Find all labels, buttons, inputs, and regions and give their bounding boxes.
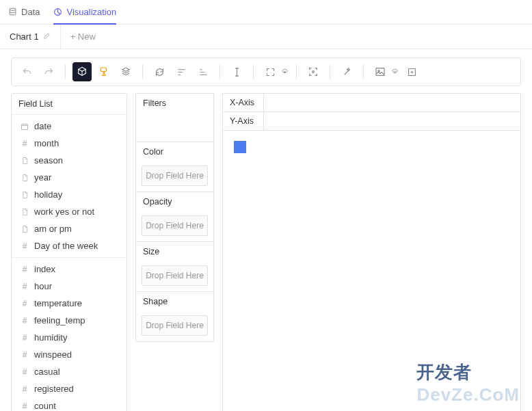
field-label: season bbox=[34, 155, 63, 165]
field-list-panel: Field List date#monthseasonyearholidaywo… bbox=[11, 93, 127, 411]
field-item[interactable]: #feeling_temp bbox=[12, 312, 127, 329]
field-label: count bbox=[34, 401, 56, 411]
image-button[interactable] bbox=[371, 62, 390, 81]
toolbar bbox=[11, 57, 521, 86]
top-tabs: Data Visualization bbox=[0, 0, 532, 25]
gear-icon[interactable] bbox=[390, 62, 399, 81]
field-type-icon: # bbox=[20, 316, 29, 326]
redo-button[interactable] bbox=[39, 62, 58, 81]
sort-desc-button[interactable] bbox=[194, 62, 213, 81]
paint-button[interactable] bbox=[94, 62, 114, 81]
field-item[interactable]: #Day of the week bbox=[12, 237, 127, 254]
field-item[interactable]: #registered bbox=[12, 380, 127, 397]
chart-icon bbox=[53, 8, 62, 16]
tab-visualization-label: Visualization bbox=[66, 7, 116, 17]
tab-data[interactable]: Data bbox=[8, 0, 40, 25]
field-type-icon: # bbox=[20, 299, 29, 308]
field-label: casual bbox=[34, 367, 60, 377]
separator bbox=[220, 64, 220, 79]
field-label: humidity bbox=[34, 332, 67, 343]
field-label: hour bbox=[34, 281, 52, 291]
size-pane: Size Drop Field Here bbox=[135, 241, 214, 292]
field-item[interactable]: #month bbox=[12, 135, 127, 152]
separator bbox=[363, 64, 364, 79]
database-icon bbox=[8, 8, 17, 16]
size-title: Size bbox=[136, 242, 213, 261]
field-type-icon bbox=[20, 122, 29, 131]
undo-button[interactable] bbox=[17, 62, 36, 81]
chart-canvas[interactable] bbox=[222, 130, 521, 411]
svg-point-0 bbox=[10, 8, 16, 10]
field-label: winspeed bbox=[34, 349, 72, 360]
field-item[interactable]: #index bbox=[12, 261, 127, 278]
svg-rect-2 bbox=[101, 68, 106, 71]
separator bbox=[65, 64, 66, 79]
cube-button[interactable] bbox=[72, 62, 92, 81]
field-label: index bbox=[34, 264, 55, 274]
color-title: Color bbox=[136, 142, 213, 161]
color-pane: Color Drop Field Here bbox=[135, 142, 214, 192]
fullscreen-button[interactable] bbox=[261, 62, 280, 81]
field-item[interactable]: am or pm bbox=[12, 220, 127, 237]
gear-icon[interactable] bbox=[280, 62, 289, 81]
y-axis-label: Y-Axis bbox=[223, 112, 264, 130]
field-type-icon bbox=[20, 191, 29, 199]
field-type-icon: # bbox=[20, 401, 29, 411]
size-drop[interactable]: Drop Field Here bbox=[142, 265, 208, 286]
field-item[interactable]: #humidity bbox=[12, 329, 127, 346]
field-separator bbox=[12, 257, 127, 258]
field-item[interactable]: #casual bbox=[12, 363, 127, 380]
layers-button[interactable] bbox=[116, 62, 135, 81]
field-label: temperature bbox=[34, 298, 82, 308]
chart-mark bbox=[234, 141, 246, 153]
export-button[interactable] bbox=[402, 62, 421, 81]
filters-drop[interactable] bbox=[136, 113, 213, 142]
edit-icon[interactable] bbox=[43, 32, 51, 41]
focus-button[interactable] bbox=[304, 62, 323, 81]
field-label: registered bbox=[34, 384, 74, 394]
field-label: month bbox=[34, 138, 59, 148]
opacity-drop[interactable]: Drop Field Here bbox=[142, 215, 208, 236]
field-item[interactable]: #hour bbox=[12, 278, 127, 295]
field-type-icon: # bbox=[20, 350, 29, 360]
field-type-icon: # bbox=[20, 241, 29, 251]
field-item[interactable]: #winspeed bbox=[12, 346, 127, 363]
color-drop[interactable]: Drop Field Here bbox=[142, 165, 208, 186]
expand-button[interactable] bbox=[227, 62, 246, 81]
tab-chart-1[interactable]: Chart 1 bbox=[0, 25, 61, 49]
field-type-icon: # bbox=[20, 333, 29, 343]
field-item[interactable]: season bbox=[12, 152, 127, 169]
y-axis-row: Y-Axis bbox=[222, 111, 521, 131]
shape-drop[interactable]: Drop Field Here bbox=[142, 315, 208, 336]
field-item[interactable]: #count bbox=[12, 397, 127, 411]
chart-tabs: Chart 1 + New bbox=[0, 25, 532, 49]
field-label: am or pm bbox=[34, 224, 72, 234]
tab-chart-1-label: Chart 1 bbox=[10, 31, 39, 42]
field-type-icon: # bbox=[20, 265, 29, 274]
field-item[interactable]: #temperature bbox=[12, 295, 127, 312]
tab-visualization[interactable]: Visualization bbox=[53, 0, 116, 25]
sort-asc-button[interactable] bbox=[172, 62, 191, 81]
field-type-icon bbox=[20, 174, 29, 182]
shape-pane: Shape Drop Field Here bbox=[135, 291, 214, 342]
separator bbox=[296, 64, 297, 79]
field-item[interactable]: year bbox=[12, 169, 127, 186]
x-axis-drop[interactable] bbox=[264, 94, 520, 111]
refresh-button[interactable] bbox=[150, 62, 169, 81]
filters-title: Filters bbox=[136, 94, 213, 113]
field-label: work yes or not bbox=[34, 207, 94, 217]
shape-title: Shape bbox=[136, 292, 213, 311]
y-axis-drop[interactable] bbox=[264, 112, 520, 130]
field-item[interactable]: work yes or not bbox=[12, 203, 127, 220]
x-axis-label: X-Axis bbox=[223, 94, 264, 111]
field-type-icon: # bbox=[20, 282, 29, 291]
wand-button[interactable] bbox=[337, 62, 356, 81]
opacity-title: Opacity bbox=[136, 192, 213, 211]
canvas-panel: X-Axis Y-Axis bbox=[222, 93, 521, 411]
field-list-header: Field List bbox=[12, 94, 127, 115]
main-area: Field List date#monthseasonyearholidaywo… bbox=[11, 93, 521, 411]
field-item[interactable]: date bbox=[12, 118, 127, 135]
field-type-icon: # bbox=[20, 367, 29, 377]
field-item[interactable]: holiday bbox=[12, 186, 127, 203]
new-chart-button[interactable]: + New bbox=[61, 31, 105, 42]
